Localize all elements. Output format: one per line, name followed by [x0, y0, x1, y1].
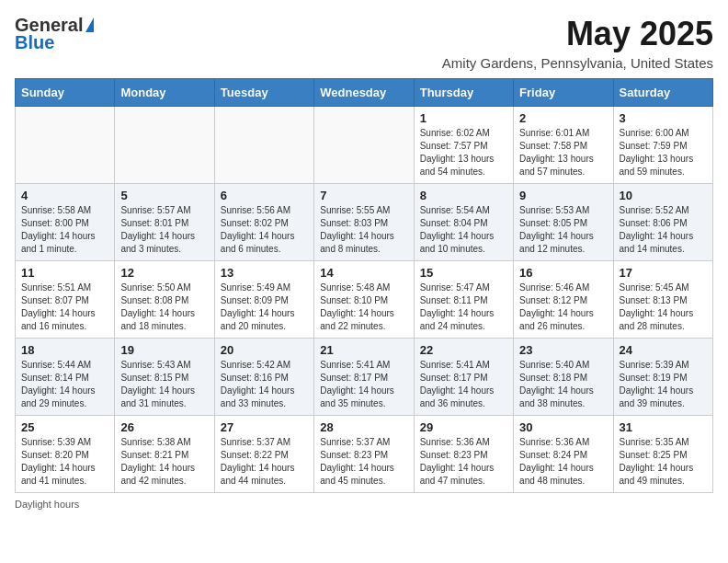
calendar-cell: 18Sunrise: 5:44 AM Sunset: 8:14 PM Dayli… [16, 339, 115, 416]
calendar-cell: 28Sunrise: 5:37 AM Sunset: 8:23 PM Dayli… [314, 416, 414, 493]
day-info: Sunrise: 6:02 AM Sunset: 7:57 PM Dayligh… [420, 127, 507, 178]
day-info: Sunrise: 5:44 AM Sunset: 8:14 PM Dayligh… [21, 359, 108, 410]
calendar-week-row: 1Sunrise: 6:02 AM Sunset: 7:57 PM Daylig… [16, 107, 713, 184]
calendar-cell: 10Sunrise: 5:52 AM Sunset: 8:06 PM Dayli… [613, 184, 712, 261]
day-number: 10 [620, 189, 707, 202]
day-number: 9 [519, 189, 607, 202]
day-info: Sunrise: 5:46 AM Sunset: 8:12 PM Dayligh… [519, 282, 607, 333]
day-number: 29 [420, 420, 507, 434]
day-info: Sunrise: 5:40 AM Sunset: 8:18 PM Dayligh… [519, 359, 607, 410]
calendar-cell: 7Sunrise: 5:55 AM Sunset: 8:03 PM Daylig… [314, 184, 414, 261]
day-info: Sunrise: 5:52 AM Sunset: 8:06 PM Dayligh… [620, 204, 707, 256]
month-title: May 2025 [442, 15, 713, 53]
calendar-cell: 24Sunrise: 5:39 AM Sunset: 8:19 PM Dayli… [613, 339, 712, 416]
day-number: 24 [620, 343, 707, 357]
logo: General Blue [15, 15, 94, 53]
day-number: 4 [21, 189, 108, 202]
day-info: Sunrise: 5:41 AM Sunset: 8:17 PM Dayligh… [420, 359, 507, 410]
day-number: 27 [221, 420, 308, 434]
calendar-header-tuesday: Tuesday [214, 79, 313, 107]
calendar-cell: 26Sunrise: 5:38 AM Sunset: 8:21 PM Dayli… [115, 416, 214, 493]
day-info: Sunrise: 5:50 AM Sunset: 8:08 PM Dayligh… [120, 282, 208, 333]
day-info: Sunrise: 5:57 AM Sunset: 8:01 PM Dayligh… [120, 204, 208, 256]
day-number: 30 [519, 420, 607, 434]
day-info: Sunrise: 5:37 AM Sunset: 8:22 PM Dayligh… [221, 436, 308, 488]
calendar-cell: 2Sunrise: 6:01 AM Sunset: 7:58 PM Daylig… [514, 107, 613, 184]
calendar-cell: 11Sunrise: 5:51 AM Sunset: 8:07 PM Dayli… [16, 261, 115, 339]
logo-triangle-icon [85, 17, 94, 32]
calendar-header-monday: Monday [115, 79, 214, 107]
calendar-cell: 17Sunrise: 5:45 AM Sunset: 8:13 PM Dayli… [613, 261, 712, 339]
day-info: Sunrise: 5:47 AM Sunset: 8:11 PM Dayligh… [420, 282, 507, 333]
day-number: 25 [21, 420, 108, 434]
day-info: Sunrise: 6:01 AM Sunset: 7:58 PM Dayligh… [519, 127, 607, 178]
day-number: 2 [519, 111, 607, 125]
calendar-cell: 4Sunrise: 5:58 AM Sunset: 8:00 PM Daylig… [16, 184, 115, 261]
calendar-cell: 1Sunrise: 6:02 AM Sunset: 7:57 PM Daylig… [414, 107, 513, 184]
day-number: 7 [320, 189, 407, 202]
calendar-cell: 3Sunrise: 6:00 AM Sunset: 7:59 PM Daylig… [613, 107, 712, 184]
day-number: 17 [620, 266, 707, 280]
day-number: 3 [620, 111, 707, 125]
day-number: 28 [320, 420, 407, 434]
calendar-table: SundayMondayTuesdayWednesdayThursdayFrid… [15, 78, 713, 493]
calendar-cell: 22Sunrise: 5:41 AM Sunset: 8:17 PM Dayli… [414, 339, 513, 416]
title-block: May 2025 Amity Gardens, Pennsylvania, Un… [442, 15, 713, 71]
day-info: Sunrise: 5:39 AM Sunset: 8:19 PM Dayligh… [620, 359, 707, 410]
day-info: Sunrise: 5:45 AM Sunset: 8:13 PM Dayligh… [620, 282, 707, 333]
footer-note: Daylight hours [15, 499, 713, 510]
day-info: Sunrise: 5:36 AM Sunset: 8:23 PM Dayligh… [420, 436, 507, 488]
day-number: 1 [420, 111, 507, 125]
day-info: Sunrise: 5:53 AM Sunset: 8:05 PM Dayligh… [519, 204, 607, 256]
day-number: 14 [320, 266, 407, 280]
calendar-week-row: 25Sunrise: 5:39 AM Sunset: 8:20 PM Dayli… [16, 416, 713, 493]
calendar-week-row: 4Sunrise: 5:58 AM Sunset: 8:00 PM Daylig… [16, 184, 713, 261]
logo-blue: Blue [15, 32, 54, 53]
day-number: 12 [120, 266, 208, 280]
calendar-cell [16, 107, 115, 184]
day-info: Sunrise: 5:48 AM Sunset: 8:10 PM Dayligh… [320, 282, 407, 333]
location-title: Amity Gardens, Pennsylvania, United Stat… [442, 55, 713, 71]
calendar-week-row: 11Sunrise: 5:51 AM Sunset: 8:07 PM Dayli… [16, 261, 713, 339]
calendar-cell: 8Sunrise: 5:54 AM Sunset: 8:04 PM Daylig… [414, 184, 513, 261]
calendar-cell: 14Sunrise: 5:48 AM Sunset: 8:10 PM Dayli… [314, 261, 414, 339]
day-info: Sunrise: 5:41 AM Sunset: 8:17 PM Dayligh… [320, 359, 407, 410]
calendar-cell: 25Sunrise: 5:39 AM Sunset: 8:20 PM Dayli… [16, 416, 115, 493]
day-number: 16 [519, 266, 607, 280]
calendar-cell: 6Sunrise: 5:56 AM Sunset: 8:02 PM Daylig… [214, 184, 313, 261]
day-number: 15 [420, 266, 507, 280]
calendar-header-row: SundayMondayTuesdayWednesdayThursdayFrid… [16, 79, 713, 107]
day-info: Sunrise: 6:00 AM Sunset: 7:59 PM Dayligh… [620, 127, 707, 178]
day-number: 8 [420, 189, 507, 202]
day-info: Sunrise: 5:51 AM Sunset: 8:07 PM Dayligh… [21, 282, 108, 333]
calendar-cell: 29Sunrise: 5:36 AM Sunset: 8:23 PM Dayli… [414, 416, 513, 493]
day-number: 23 [519, 343, 607, 357]
day-info: Sunrise: 5:35 AM Sunset: 8:25 PM Dayligh… [620, 436, 707, 488]
day-info: Sunrise: 5:39 AM Sunset: 8:20 PM Dayligh… [21, 436, 108, 488]
day-info: Sunrise: 5:58 AM Sunset: 8:00 PM Dayligh… [21, 204, 108, 256]
day-info: Sunrise: 5:36 AM Sunset: 8:24 PM Dayligh… [519, 436, 607, 488]
calendar-header-wednesday: Wednesday [314, 79, 414, 107]
day-info: Sunrise: 5:49 AM Sunset: 8:09 PM Dayligh… [221, 282, 308, 333]
calendar-cell: 19Sunrise: 5:43 AM Sunset: 8:15 PM Dayli… [115, 339, 214, 416]
calendar-cell: 5Sunrise: 5:57 AM Sunset: 8:01 PM Daylig… [115, 184, 214, 261]
calendar-cell: 31Sunrise: 5:35 AM Sunset: 8:25 PM Dayli… [613, 416, 712, 493]
day-number: 31 [620, 420, 707, 434]
calendar-cell: 12Sunrise: 5:50 AM Sunset: 8:08 PM Dayli… [115, 261, 214, 339]
calendar-week-row: 18Sunrise: 5:44 AM Sunset: 8:14 PM Dayli… [16, 339, 713, 416]
day-number: 6 [221, 189, 308, 202]
day-number: 21 [320, 343, 407, 357]
day-info: Sunrise: 5:38 AM Sunset: 8:21 PM Dayligh… [120, 436, 208, 488]
calendar-cell: 21Sunrise: 5:41 AM Sunset: 8:17 PM Dayli… [314, 339, 414, 416]
calendar-cell [214, 107, 313, 184]
calendar-cell: 23Sunrise: 5:40 AM Sunset: 8:18 PM Dayli… [514, 339, 613, 416]
calendar-cell: 9Sunrise: 5:53 AM Sunset: 8:05 PM Daylig… [514, 184, 613, 261]
calendar-header-friday: Friday [514, 79, 613, 107]
calendar-cell: 16Sunrise: 5:46 AM Sunset: 8:12 PM Dayli… [514, 261, 613, 339]
calendar-header-sunday: Sunday [16, 79, 115, 107]
day-number: 18 [21, 343, 108, 357]
day-info: Sunrise: 5:43 AM Sunset: 8:15 PM Dayligh… [120, 359, 208, 410]
day-info: Sunrise: 5:37 AM Sunset: 8:23 PM Dayligh… [320, 436, 407, 488]
calendar-cell: 13Sunrise: 5:49 AM Sunset: 8:09 PM Dayli… [214, 261, 313, 339]
calendar-cell: 30Sunrise: 5:36 AM Sunset: 8:24 PM Dayli… [514, 416, 613, 493]
